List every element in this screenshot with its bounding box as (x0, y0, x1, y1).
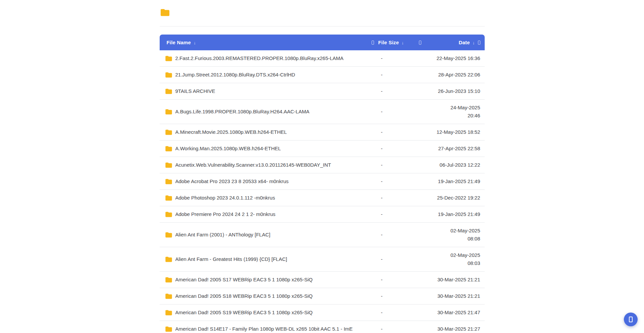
table-row: American Dad! 2005 S17 WEBRip EAC3 5 1 1… (160, 272, 485, 288)
file-size: - (369, 161, 425, 169)
file-date: 02-May-2025 08:08 (425, 227, 485, 243)
file-name-cell: Alien Ant Farm - Greatest Hits (1999) {C… (160, 255, 369, 263)
file-name-link[interactable]: A.Minecraft.Movie.2025.1080p.WEB.h264-ET… (175, 128, 287, 136)
file-date: 19-Jan-2025 21:49 (425, 177, 485, 185)
file-date: 22-May-2025 16:36 (425, 54, 485, 62)
file-name-cell: 21.Jump.Street.2012.1080p.BluRay.DTS.x26… (160, 71, 369, 79)
file-name-link[interactable]: A.Bugs.Life.1998.PROPER.1080p.BluRay.H26… (175, 108, 310, 116)
file-date-text: 02-May-2025 (425, 251, 480, 259)
column-label-file-size: File Size (378, 40, 399, 45)
breadcrumb (160, 9, 485, 16)
file-date-text: 30-Mar-2025 21:47 (425, 309, 480, 317)
table-row: 21.Jump.Street.2012.1080p.BluRay.DTS.x26… (160, 67, 485, 83)
file-date: 06-Jul-2023 12:22 (425, 161, 485, 169)
table-row: A.Working.Man.2025.1080p.WEB.h264-ETHEL … (160, 141, 485, 157)
file-name-cell: Adobe Acrobat Pro 2023 23 8 20533 x64- m… (160, 177, 369, 185)
file-size: - (369, 128, 425, 136)
file-name-cell: American Dad! 2005 S19 WEBRip EAC3 5 1 1… (160, 309, 369, 317)
file-date-text: 27-Apr-2025 22:58 (425, 145, 480, 153)
missing-glyph-icon (478, 41, 480, 45)
file-size: - (369, 276, 425, 284)
file-size: - (369, 145, 425, 153)
file-name-link[interactable]: Adobe Acrobat Pro 2023 23 8 20533 x64- m… (175, 177, 289, 185)
file-date-text: 25-Dec-2022 19:22 (425, 194, 480, 202)
file-date: 26-Jun-2023 15:10 (425, 87, 485, 95)
folder-icon (165, 195, 172, 201)
file-name-cell: Adobe Premiere Pro 2024 24 2 1 2- m0nkru… (160, 210, 369, 218)
table-row: Acunetix.Web.Vulnerability.Scanner.v13.0… (160, 157, 485, 173)
folder-icon (165, 257, 172, 262)
folder-icon (165, 293, 172, 299)
file-date-text: 28-Apr-2025 22:06 (425, 71, 480, 79)
column-header-date[interactable]: Date ↓ (425, 35, 485, 50)
file-size: - (369, 108, 425, 116)
file-date: 30-Mar-2025 21:47 (425, 309, 485, 317)
file-date: 12-May-2025 18:52 (425, 128, 485, 136)
folder-icon (165, 212, 172, 217)
file-name-link[interactable]: Alien Ant Farm - Greatest Hits (1999) {C… (175, 255, 287, 263)
file-date: 24-May-2025 20:46 (425, 104, 485, 120)
folder-icon (165, 179, 172, 184)
file-name-link[interactable]: 9TAILS ARCHIVE (175, 87, 215, 95)
file-name-link[interactable]: Adobe Premiere Pro 2024 24 2 1 2- m0nkru… (175, 210, 276, 218)
file-name-link[interactable]: American Dad! S14E17 - Family Plan 1080p… (175, 325, 353, 333)
file-date-time: 08:03 (425, 259, 480, 267)
file-size: - (369, 177, 425, 185)
file-size: - (369, 71, 425, 79)
file-date: 28-Apr-2025 22:06 (425, 71, 485, 79)
column-header-file-name[interactable]: File Name ↓ (160, 35, 369, 50)
table-row: A.Minecraft.Movie.2025.1080p.WEB.h264-ET… (160, 124, 485, 141)
file-date: 25-Dec-2022 19:22 (425, 194, 485, 202)
file-name-link[interactable]: 2.Fast.2.Furious.2003.REMASTERED.PROPER.… (175, 54, 344, 62)
table-row: Alien Ant Farm - Greatest Hits (1999) {C… (160, 247, 485, 272)
file-date: 02-May-2025 08:03 (425, 251, 485, 267)
scroll-to-top-button[interactable] (624, 313, 638, 326)
folder-icon (165, 277, 172, 283)
file-size: - (369, 231, 425, 239)
file-name-cell: Acunetix.Web.Vulnerability.Scanner.v13.0… (160, 161, 369, 169)
file-size: - (369, 54, 425, 62)
table-row: Alien Ant Farm (2001) - ANThology [FLAC]… (160, 223, 485, 247)
file-date-text: 19-Jan-2025 21:49 (425, 177, 480, 185)
missing-glyph-icon (372, 41, 374, 45)
folder-icon (165, 162, 172, 168)
file-date: 27-Apr-2025 22:58 (425, 145, 485, 153)
file-date-text: 30-Mar-2025 21:21 (425, 292, 480, 300)
table-row: Adobe Acrobat Pro 2023 23 8 20533 x64- m… (160, 173, 485, 190)
file-name-cell: Adobe Photoshop 2023 24.0.1.112 -m0nkrus (160, 194, 369, 202)
folder-icon (165, 129, 172, 135)
file-date-text: 22-May-2025 16:36 (425, 54, 480, 62)
file-size: - (369, 255, 425, 263)
file-name-link[interactable]: American Dad! 2005 S17 WEBRip EAC3 5 1 1… (175, 276, 313, 284)
column-label-file-name: File Name (167, 40, 191, 45)
file-date-text: 30-Mar-2025 21:27 (425, 325, 480, 333)
file-name-cell: 9TAILS ARCHIVE (160, 87, 369, 95)
table-row: American Dad! S14E17 - Family Plan 1080p… (160, 321, 485, 333)
file-size: - (369, 325, 425, 333)
divider (160, 26, 485, 26)
file-name-link[interactable]: American Dad! 2005 S19 WEBRip EAC3 5 1 1… (175, 309, 313, 317)
table-row: 9TAILS ARCHIVE - 26-Jun-2023 15:10 (160, 83, 485, 100)
folder-icon (165, 109, 172, 115)
file-date-time: 20:46 (425, 112, 480, 120)
parent-folder-icon[interactable] (161, 9, 485, 16)
missing-glyph-icon (419, 41, 421, 45)
table-body: 2.Fast.2.Furious.2003.REMASTERED.PROPER.… (160, 50, 485, 333)
file-name-link[interactable]: Adobe Photoshop 2023 24.0.1.112 -m0nkrus (175, 194, 275, 202)
file-name-cell: A.Bugs.Life.1998.PROPER.1080p.BluRay.H26… (160, 108, 369, 116)
file-date-text: 06-Jul-2023 12:22 (425, 161, 480, 169)
file-name-link[interactable]: 21.Jump.Street.2012.1080p.BluRay.DTS.x26… (175, 71, 295, 79)
file-name-link[interactable]: Alien Ant Farm (2001) - ANThology [FLAC] (175, 231, 270, 239)
column-header-file-size[interactable]: File Size ↓ (369, 35, 425, 50)
file-name-cell: 2.Fast.2.Furious.2003.REMASTERED.PROPER.… (160, 54, 369, 62)
table-row: American Dad! 2005 S19 WEBRip EAC3 5 1 1… (160, 304, 485, 321)
file-name-link[interactable]: American Dad! 2005 S18 WEBRip EAC3 5 1 1… (175, 292, 313, 300)
file-name-link[interactable]: Acunetix.Web.Vulnerability.Scanner.v13.0… (175, 161, 331, 169)
file-name-link[interactable]: A.Working.Man.2025.1080p.WEB.h264-ETHEL (175, 145, 281, 153)
file-name-cell: A.Minecraft.Movie.2025.1080p.WEB.h264-ET… (160, 128, 369, 136)
directory-listing-page: File Name ↓ File Size ↓ Date ↓ (160, 0, 485, 333)
folder-icon (165, 232, 172, 238)
file-size: - (369, 292, 425, 300)
file-name-cell: A.Working.Man.2025.1080p.WEB.h264-ETHEL (160, 145, 369, 153)
file-name-cell: American Dad! 2005 S18 WEBRip EAC3 5 1 1… (160, 292, 369, 300)
